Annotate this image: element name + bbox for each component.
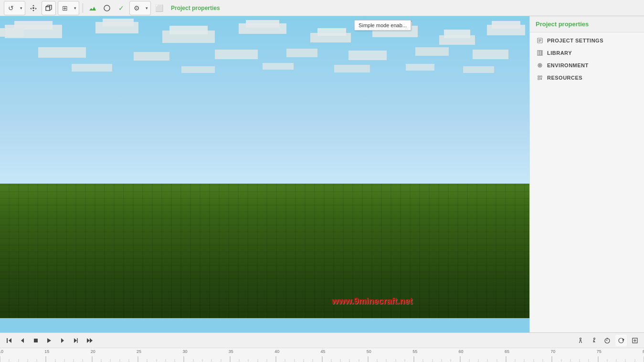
timeline-ruler[interactable]: 101520253035404550556065707580 [0,348,644,362]
project-settings-icon [537,37,543,44]
timeline-subtick [248,359,249,362]
loop-button[interactable] [616,335,626,346]
move-tool-button[interactable] [27,2,40,14]
undo-button[interactable]: ↺ [5,2,17,14]
timeline-subtick [221,359,221,362]
timeline-subtick [469,359,469,362]
panel-header: Project properties [530,16,644,32]
svg-point-0 [32,7,34,9]
cube-button[interactable] [42,2,55,14]
go-to-start-button[interactable] [4,335,14,346]
timeline-marker-75: 75 [597,349,602,354]
dropdown-arrow[interactable]: ▾ [18,2,24,14]
timeline-subtick [580,359,580,362]
timeline-subtick [175,359,175,362]
timeline-subtick [202,359,202,362]
grid-dropdown[interactable]: ▾ [72,2,78,14]
menu-item-resources[interactable]: RESOURCES [530,72,644,84]
timeline-subtick [331,359,331,362]
timeline-subtick [625,359,626,362]
environment-icon [537,62,543,69]
timeline-subtick [285,359,285,362]
menu-item-project-settings[interactable]: PROJECT SETTINGS [530,34,644,47]
separator-1 [83,3,83,13]
cloud-2b [103,19,134,26]
timeline-marker-35: 35 [229,349,233,354]
stop-button[interactable] [31,335,41,346]
timeline-subtick [165,359,166,362]
terrain-button[interactable] [86,2,99,14]
main-toolbar: ↺ ▾ ⊞ ▾ [0,0,644,16]
right-panel: Project properties PROJECT SETTINGS [529,16,644,332]
timeline-marker-20: 20 [91,349,95,354]
settings-group: ⚙ ▾ [129,1,151,15]
cloud-13 [348,51,387,60]
timeline-subtick [110,359,111,362]
timeline-tick-line-40 [276,356,276,362]
timeline-subtick [589,359,589,362]
project-settings-label: PROJECT SETTINGS [547,38,603,43]
cloud-8b [492,21,520,29]
playback-bar [0,332,644,348]
timeline-subtick [404,359,405,362]
svg-rect-9 [541,51,542,55]
timer-button[interactable] [602,335,612,346]
cloud-15 [473,50,508,59]
circle-tool-button[interactable] [101,2,113,14]
timeline-subtick [9,359,10,362]
timeline-marker-60: 60 [459,349,464,354]
run-mode-button[interactable] [589,335,599,346]
svg-marker-14 [21,338,24,343]
svg-rect-11 [540,78,542,80]
maximize-button[interactable]: ⬜ [153,2,165,14]
cloud-7b [444,30,470,38]
grid-button[interactable]: ⊞ [59,2,71,14]
timeline-marker-40: 40 [274,349,279,354]
timeline-tick-line-10 [0,356,0,362]
expand-timeline-button[interactable] [630,335,640,346]
environment-label: ENVIRONMENT [547,62,589,68]
cloud-18 [263,63,294,70]
ground-terrain [0,184,529,318]
timeline-tick-line-25 [138,356,138,362]
timeline-subtick [83,359,83,362]
settings-dropdown[interactable]: ▾ [143,2,150,14]
timeline-subtick [239,359,240,362]
timeline-tick-line-15 [46,356,46,362]
timeline-subtick [128,359,129,362]
resources-label: RESOURCES [547,75,582,81]
timeline-subtick [18,359,19,362]
menu-item-environment[interactable]: ENVIRONMENT [530,59,644,72]
timeline-subtick [543,359,543,362]
project-properties-button[interactable]: Project properties [167,2,224,14]
prev-frame-button[interactable] [17,335,28,346]
timeline-tick-line-75 [598,356,598,362]
timeline-marker-55: 55 [412,349,417,354]
timeline-subtick [340,359,341,362]
svg-rect-15 [34,339,38,342]
timeline-tick-line-45 [322,356,322,362]
timeline-subtick [634,359,635,362]
timeline-subtick [101,359,101,362]
play-button[interactable] [44,335,54,346]
svg-point-2 [104,5,110,11]
go-to-end-button[interactable] [84,335,95,346]
cloud-17 [181,66,215,73]
cloud-20 [406,64,434,71]
panel-title: Project properties [536,21,589,28]
svg-marker-20 [87,338,90,343]
settings-button[interactable]: ⚙ [130,2,143,14]
svg-point-22 [580,338,581,339]
timeline-marker-65: 65 [505,349,509,354]
checkmark-button[interactable]: ✓ [115,2,127,14]
timeline-subtick [193,359,193,362]
next-frame-button[interactable] [57,335,68,346]
walk-mode-button[interactable] [575,335,586,346]
timeline-subtick [487,359,488,362]
menu-item-library[interactable]: LIBRARY [530,47,644,59]
3d-viewport[interactable]: www.9minecraft.net Simple mode enab... [0,16,529,332]
timeline-subtick [395,359,396,362]
cube-group [42,1,56,15]
timeline-marker-45: 45 [320,349,325,354]
play-from-here-button[interactable] [71,335,81,346]
